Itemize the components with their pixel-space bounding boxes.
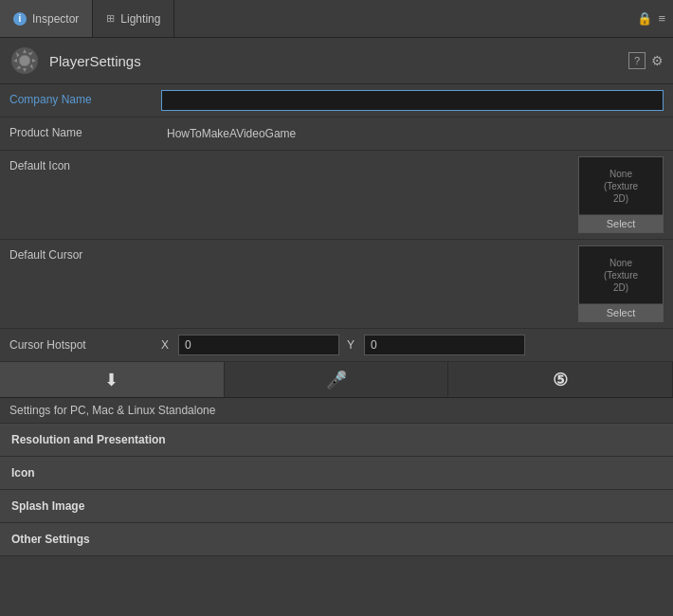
- mobile-icon: 🎤: [326, 370, 347, 390]
- standalone-icon: ⬇: [104, 370, 118, 390]
- default-icon-select-button[interactable]: Select: [579, 214, 663, 232]
- section-other-label: Other Settings: [11, 533, 90, 546]
- content-area: Company Name Product Name HowToMakeAVide…: [0, 84, 673, 556]
- default-cursor-select-button[interactable]: Select: [579, 303, 663, 321]
- web-icon: ⑤: [553, 370, 568, 390]
- company-name-input[interactable]: [161, 90, 664, 111]
- cursor-hotspot-label: Cursor Hotspot: [9, 338, 161, 352]
- hotspot-fields: X Y: [161, 335, 525, 355]
- default-cursor-label: Default Cursor: [9, 245, 161, 262]
- header-actions: ? ⚙: [628, 52, 664, 69]
- menu-icon[interactable]: ≡: [658, 11, 665, 26]
- section-icon-label: Icon: [11, 466, 35, 480]
- section-splash[interactable]: Splash Image: [0, 490, 673, 523]
- section-splash-label: Splash Image: [11, 499, 84, 513]
- settings-button[interactable]: ⚙: [651, 53, 664, 68]
- default-icon-label: Default Icon: [9, 156, 161, 172]
- help-button[interactable]: ?: [628, 52, 646, 69]
- default-cursor-row: Default Cursor None (Texture 2D) Select: [0, 240, 673, 329]
- svg-point-1: [19, 55, 30, 66]
- lighting-icon: ⊞: [106, 12, 115, 25]
- tab-lighting[interactable]: ⊞ Lighting: [93, 0, 174, 37]
- y-axis-label: Y: [347, 338, 355, 352]
- tab-inspector[interactable]: i Inspector: [0, 0, 93, 37]
- company-name-value: [161, 90, 664, 111]
- header-row: PlayerSettings ? ⚙: [0, 38, 673, 84]
- default-cursor-preview: None (Texture 2D): [579, 246, 663, 303]
- section-resolution-label: Resolution and Presentation: [11, 433, 166, 446]
- platform-tabs: ⬇ 🎤 ⑤: [0, 362, 673, 398]
- settings-for-label: Settings for PC, Mac & Linux Standalone: [0, 398, 673, 424]
- section-other[interactable]: Other Settings: [0, 523, 673, 556]
- tab-bar-right: 🔒 ≡: [637, 0, 673, 37]
- section-resolution[interactable]: Resolution and Presentation: [0, 424, 673, 457]
- product-name-label: Product Name: [9, 123, 161, 139]
- header-title: PlayerSettings: [49, 53, 141, 69]
- company-name-label: Company Name: [9, 90, 161, 106]
- x-axis-label: X: [161, 338, 169, 352]
- product-name-display: HowToMakeAVideoGame: [161, 123, 664, 144]
- default-icon-row: Default Icon None (Texture 2D) Select: [0, 151, 673, 240]
- cursor-hotspot-row: Cursor Hotspot X Y: [0, 329, 673, 362]
- default-icon-preview: None (Texture 2D): [579, 157, 663, 214]
- default-icon-texture-box: None (Texture 2D) Select: [578, 156, 664, 233]
- platform-tab-standalone[interactable]: ⬇: [0, 362, 225, 397]
- player-settings-icon: [9, 45, 40, 76]
- cursor-hotspot-y-input[interactable]: [364, 335, 525, 355]
- tab-lighting-label: Lighting: [120, 12, 160, 26]
- product-name-row: Product Name HowToMakeAVideoGame: [0, 118, 673, 151]
- info-icon: i: [13, 12, 27, 26]
- cursor-hotspot-x-input[interactable]: [178, 335, 339, 355]
- section-icon[interactable]: Icon: [0, 457, 673, 490]
- lock-icon[interactable]: 🔒: [637, 11, 652, 26]
- company-name-row: Company Name: [0, 84, 673, 118]
- product-name-value: HowToMakeAVideoGame: [161, 123, 664, 144]
- platform-tab-web[interactable]: ⑤: [448, 362, 673, 397]
- platform-tab-mobile[interactable]: 🎤: [225, 362, 449, 397]
- tab-inspector-label: Inspector: [32, 12, 79, 26]
- default-cursor-texture-box: None (Texture 2D) Select: [578, 245, 664, 322]
- tab-bar: i Inspector ⊞ Lighting 🔒 ≡: [0, 0, 673, 38]
